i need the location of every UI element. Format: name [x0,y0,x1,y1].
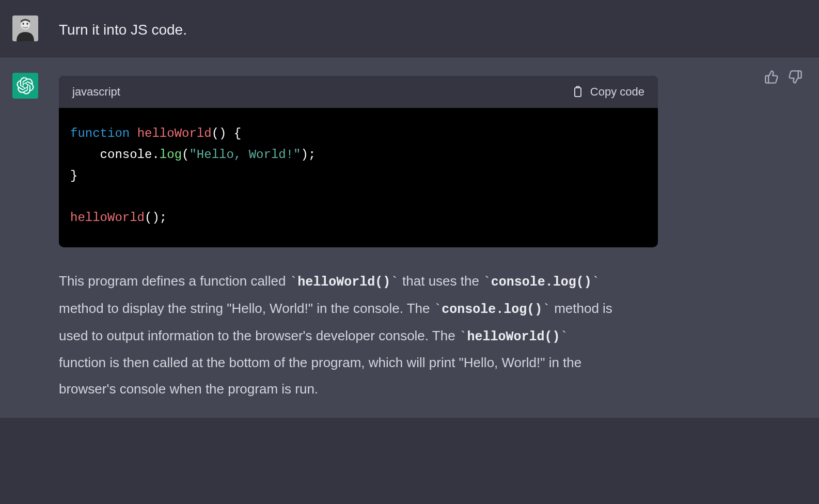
thumbs-down-icon [788,70,802,84]
feedback-buttons [764,70,804,85]
assistant-message-content: javascript Copy code function helloWorld… [59,73,658,402]
code-language-label: javascript [72,83,120,101]
assistant-message-row: javascript Copy code function helloWorld… [0,57,819,418]
svg-point-2 [23,23,24,25]
user-avatar [12,15,38,41]
code-block-header: javascript Copy code [59,76,658,108]
inline-code: helloWorld() [467,329,560,344]
thumbs-down-button[interactable] [788,70,804,85]
openai-logo-icon [17,77,34,94]
clipboard-icon [572,86,584,98]
thumbs-up-button[interactable] [764,70,780,85]
assistant-avatar [12,73,38,99]
assistant-explanation: This program defines a function called `… [59,268,617,402]
inline-code: console.log() [491,275,592,290]
code-content: function helloWorld() { console.log("Hel… [59,108,658,247]
svg-point-3 [27,23,28,25]
copy-code-label: Copy code [590,83,644,101]
copy-code-button[interactable]: Copy code [572,83,644,101]
user-message-row: Turn it into JS code. [0,0,819,57]
svg-rect-4 [575,88,581,97]
inline-code: helloWorld() [297,275,390,290]
user-message-text: Turn it into JS code. [59,15,658,41]
inline-code: console.log() [442,302,542,317]
thumbs-up-icon [764,70,779,84]
user-avatar-image [12,15,38,41]
code-block: javascript Copy code function helloWorld… [59,76,658,247]
